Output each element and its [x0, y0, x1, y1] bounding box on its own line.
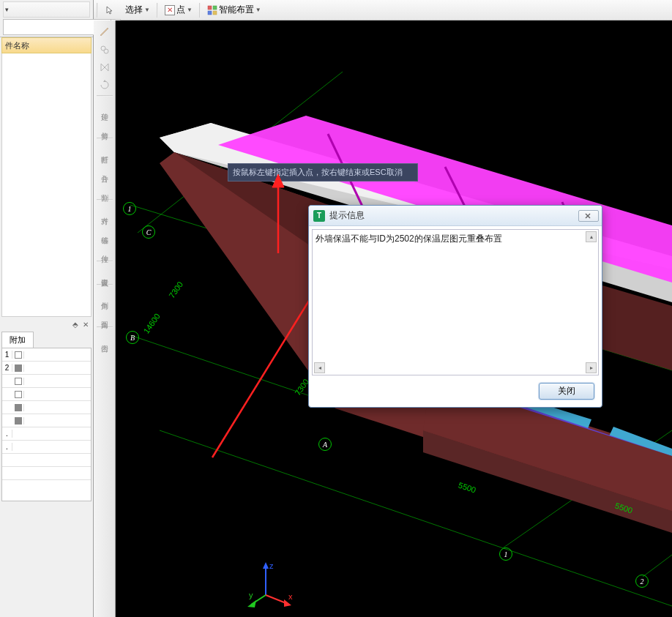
vt-merge[interactable]: 合并 — [96, 160, 113, 178]
toolbar-separator — [97, 138, 113, 139]
vt-chamfer[interactable]: 倒角 — [96, 288, 113, 305]
component-list[interactable] — [1, 53, 92, 317]
toolbar-divider — [157, 3, 158, 18]
vt-trim[interactable]: 修剪 — [96, 118, 113, 135]
close-icon — [584, 213, 593, 219]
scroll-up-button[interactable]: ▴ — [586, 231, 597, 242]
smart-layout-icon — [207, 5, 217, 15]
svg-marker-34 — [247, 600, 256, 607]
grid-bubble: 1 — [499, 547, 512, 561]
property-tabs: 附加 — [1, 332, 92, 348]
axis-gizmo: z x y — [247, 558, 299, 610]
vt-align[interactable]: 对齐 — [96, 203, 113, 220]
svg-text:y: y — [249, 591, 253, 599]
top-toolbar: 选择 ▼ 点 ▼ 智能布置 ▼ — [94, 0, 672, 20]
svg-rect-1 — [213, 6, 217, 10]
chevron-down-icon: ▼ — [187, 7, 193, 13]
vt-break[interactable]: 打断 — [96, 141, 113, 159]
svg-rect-0 — [208, 6, 212, 10]
chevron-down-icon: ▼ — [144, 7, 150, 13]
toolbar-separator — [97, 95, 113, 97]
left-panel: ▾ 件名称 ⬘ ✕ 附加 1 2 . . — [0, 0, 94, 617]
dialog-titlebar[interactable]: T 提示信息 — [309, 206, 602, 226]
panel-pin-bar: ⬘ ✕ — [0, 317, 93, 332]
svg-rect-2 — [208, 11, 212, 15]
svg-rect-3 — [213, 11, 217, 15]
vt-mirror-icon[interactable] — [96, 59, 113, 75]
chevron-down-icon: ▾ — [4, 6, 10, 13]
svg-point-7 — [104, 49, 108, 53]
table-row: . — [2, 427, 91, 441]
select-dropdown[interactable]: 选择 ▼ — [122, 2, 154, 18]
dialog-message: 外墙保温不能与ID为2502的保温层图元重叠布置 — [316, 233, 502, 244]
table-row: . — [2, 441, 91, 454]
dialog-message-area[interactable]: 外墙保温不能与ID为2502的保温层图元重叠布置 ▴ ◂ ▸ — [312, 229, 599, 375]
hint-tooltip: 按鼠标左键指定插入点，按右键结束或ESC取消 — [228, 163, 418, 182]
svg-text:z: z — [269, 561, 274, 570]
smart-label: 智能布置 — [219, 4, 254, 16]
scroll-right-button[interactable]: ▸ — [586, 362, 597, 373]
vt-grip[interactable]: 设置夹点 — [96, 264, 113, 282]
dialog-body: 外墙保温不能与ID为2502的保温层图元重叠布置 ▴ ◂ ▸ — [309, 226, 602, 378]
close-icon[interactable]: ✕ — [83, 321, 89, 329]
vt-draw-icon[interactable] — [96, 24, 113, 40]
toolbar-separator — [97, 326, 113, 328]
table-row — [2, 467, 91, 480]
svg-marker-28 — [263, 562, 269, 569]
vt-copy-icon[interactable] — [96, 42, 113, 58]
vt-rotate-icon[interactable] — [96, 77, 113, 93]
pin-icon[interactable]: ⬘ — [72, 321, 78, 329]
search-area: ▾ — [0, 0, 93, 37]
toolbar-divider — [97, 3, 98, 18]
vt-split[interactable]: 分割 — [96, 179, 113, 197]
point-snap-button[interactable]: 点 ▼ — [161, 2, 196, 18]
toolbar-separator — [97, 284, 113, 285]
svg-line-13 — [643, 555, 672, 577]
cursor-icon — [105, 5, 115, 15]
grid-bubble: 2 — [635, 575, 649, 588]
vt-stretch[interactable]: 拉伸 — [96, 241, 113, 258]
dialog-footer: 关闭 — [309, 378, 602, 407]
app-icon: T — [313, 210, 325, 222]
smart-layout-button[interactable]: 智能布置 ▼ — [204, 2, 265, 18]
grid-bubble: B — [126, 331, 139, 344]
toolbar-divider — [199, 3, 201, 18]
cursor-tool[interactable] — [101, 2, 119, 18]
dialog-close-button[interactable] — [578, 210, 599, 222]
point-label: 点 — [176, 4, 185, 16]
svg-text:x: x — [288, 592, 293, 601]
table-row: 1 — [2, 348, 91, 362]
column-header: 件名称 — [1, 37, 92, 53]
close-button[interactable]: 关闭 — [539, 383, 594, 400]
select-label: 选择 — [125, 4, 143, 16]
vt-offset[interactable]: 偏移 — [96, 222, 113, 239]
tab-attach[interactable]: 附加 — [1, 332, 34, 348]
table-row — [2, 375, 91, 388]
vertical-toolbar: 延伸 修剪 打断 合并 分割 对齐 偏移 拉伸 设置夹点 倒角 圆角 闭合 — [94, 20, 116, 617]
grid-bubble: A — [318, 438, 332, 451]
table-row — [2, 454, 91, 467]
table-row — [2, 414, 91, 427]
chevron-down-icon: ▼ — [255, 7, 261, 13]
table-row — [2, 388, 91, 401]
vt-close[interactable]: 闭合 — [96, 330, 113, 348]
scroll-left-button[interactable]: ◂ — [314, 362, 325, 373]
toolbar-separator — [97, 199, 113, 201]
property-grid[interactable]: 1 2 . . — [1, 348, 92, 501]
info-dialog: T 提示信息 外墙保温不能与ID为2502的保温层图元重叠布置 ▴ ◂ ▸ 关闭 — [308, 205, 602, 408]
grid-bubble: C — [142, 225, 155, 239]
table-row: 2 — [2, 362, 91, 375]
breadcrumb-bar[interactable]: ▾ — [3, 1, 90, 18]
vt-extend[interactable]: 延伸 — [96, 99, 113, 116]
vt-fillet[interactable]: 圆角 — [96, 307, 113, 324]
grid-bubble: 1 — [123, 202, 136, 215]
table-row — [2, 401, 91, 414]
dialog-title: 提示信息 — [329, 209, 578, 222]
header-label: 件名称 — [5, 40, 29, 51]
snap-point-icon — [165, 5, 175, 15]
toolbar-separator — [97, 261, 113, 262]
hint-text: 按鼠标左键指定插入点，按右键结束或ESC取消 — [233, 168, 403, 176]
